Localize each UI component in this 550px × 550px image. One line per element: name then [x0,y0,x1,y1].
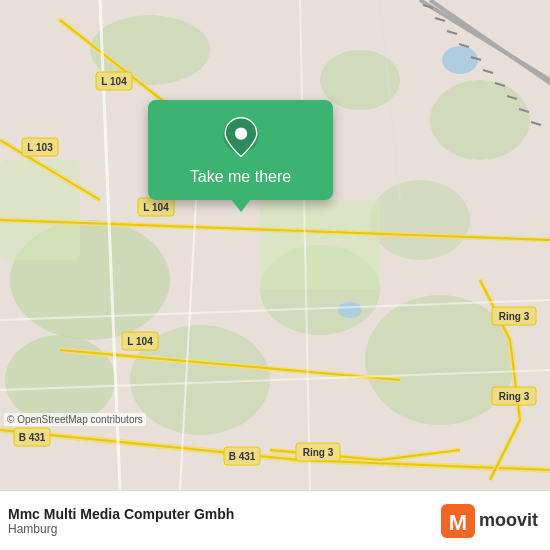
svg-point-43 [234,127,246,139]
popup-label: Take me there [190,168,291,186]
svg-point-13 [442,46,478,74]
svg-text:L 104: L 104 [127,336,153,347]
svg-text:B 431: B 431 [229,451,256,462]
svg-rect-10 [260,200,380,290]
svg-text:Ring 3: Ring 3 [499,391,530,402]
moovit-icon: M [441,504,475,538]
svg-text:M: M [449,510,467,535]
place-info: Mmc Multi Media Computer Gmbh Hamburg [8,506,234,536]
take-me-there-button[interactable]: Take me there [148,100,333,200]
svg-text:L 104: L 104 [101,76,127,87]
map-container: L 103 L 104 L 104 L 104 B 431 B 431 Ring… [0,0,550,490]
place-name: Mmc Multi Media Computer Gmbh [8,506,234,522]
place-city: Hamburg [8,522,234,536]
svg-rect-11 [0,160,80,260]
svg-point-12 [338,302,362,318]
location-pin-icon [219,116,263,160]
svg-text:L 103: L 103 [27,142,53,153]
svg-text:Ring 3: Ring 3 [499,311,530,322]
moovit-text: moovit [479,510,538,531]
svg-point-2 [5,335,115,425]
moovit-logo: M moovit [441,504,538,538]
svg-text:L 104: L 104 [143,202,169,213]
bottom-bar: Mmc Multi Media Computer Gmbh Hamburg M … [0,490,550,550]
svg-text:B 431: B 431 [19,432,46,443]
svg-point-6 [430,80,530,160]
svg-text:Ring 3: Ring 3 [303,447,334,458]
osm-attribution: © OpenStreetMap contributors [4,413,146,426]
svg-point-9 [370,180,470,260]
